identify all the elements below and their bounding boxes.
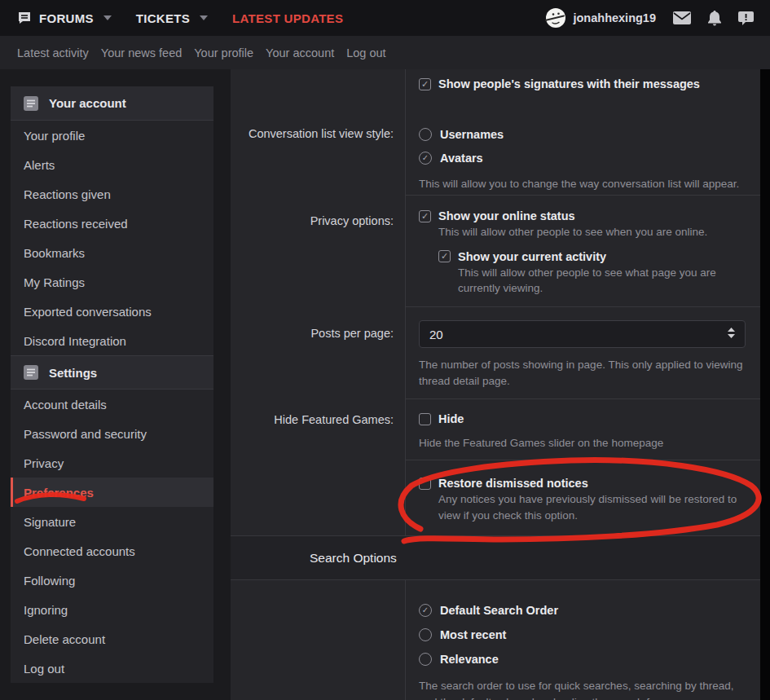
search-order-row: ✓ Default Search Order Most recent Relev…: [231, 580, 760, 700]
sidebar-item-reactions-given[interactable]: Reactions given: [11, 179, 213, 209]
current-activity-checkbox[interactable]: ✓ Show your current activity: [438, 250, 746, 263]
subnav-your-news-feed[interactable]: Your news feed: [101, 46, 182, 59]
mail-icon[interactable]: [673, 11, 691, 24]
hide-featured-games-label: Hide Featured Games:: [231, 399, 405, 460]
privacy-options-row: Privacy options: ✓ Show your online stat…: [231, 196, 760, 307]
radio-checked-icon: ✓: [419, 152, 432, 165]
preferences-form: ✓ Show people's signatures with their me…: [231, 69, 760, 700]
restore-notices-checkbox[interactable]: Restore dismissed notices: [419, 477, 746, 490]
tickets-label: TICKETS: [136, 11, 190, 25]
sidebar-item-my-ratings[interactable]: My Ratings: [11, 267, 213, 297]
section-title: Search Options: [310, 551, 397, 566]
radio-unchecked-icon: [419, 628, 432, 641]
sidebar-item-log-out[interactable]: Log out: [11, 654, 213, 683]
conversations-icon[interactable]: [738, 11, 754, 25]
search-options-header: Search Options: [231, 536, 760, 580]
conversation-style-label: Conversation list view style:: [231, 121, 405, 196]
posts-per-page-row: Posts per page: 20 The number of posts s…: [231, 307, 760, 399]
forums-menu[interactable]: FORUMS: [16, 10, 112, 26]
radio-relevance[interactable]: Relevance: [419, 647, 746, 671]
top-navbar: FORUMS TICKETS LATEST UPDATES jonahhexin…: [0, 0, 770, 36]
scrollbar[interactable]: [760, 69, 770, 700]
radio-most-recent[interactable]: Most recent: [419, 623, 746, 647]
checkbox-unchecked-icon: [419, 413, 431, 425]
checkbox-checked-icon: ✓: [419, 78, 431, 90]
signatures-checkbox[interactable]: ✓ Show people's signatures with their me…: [419, 77, 746, 90]
radio-unchecked-icon: [419, 653, 432, 666]
sidebar-item-delete-account[interactable]: Delete account: [11, 624, 213, 654]
caret-down-icon: [103, 15, 112, 20]
radio-avatars[interactable]: ✓ Avatars: [419, 146, 746, 169]
sidebar-item-signature[interactable]: Signature: [11, 507, 213, 536]
subnav-your-profile[interactable]: Your profile: [194, 46, 253, 59]
bell-icon[interactable]: [708, 11, 721, 26]
radio-checked-icon: ✓: [419, 604, 432, 617]
account-sidebar: Your account Your profile Alerts Reactio…: [11, 86, 213, 683]
hide-checkbox[interactable]: Hide: [419, 412, 746, 425]
online-status-hint: This will allow other people to see when…: [438, 224, 746, 240]
sidebar-item-account-details[interactable]: Account details: [11, 390, 213, 419]
username: jonahhexing19: [573, 11, 656, 24]
posts-per-page-select[interactable]: 20: [419, 320, 746, 348]
sidebar-section-your-account: Your account: [11, 86, 213, 121]
sidebar-item-connected-accounts[interactable]: Connected accounts: [11, 536, 213, 566]
hide-featured-games-hint: Hide the Featured Games slider on the ho…: [419, 435, 746, 451]
restore-notices-hint: Any notices you have previously dismisse…: [438, 491, 746, 523]
checkbox-checked-icon: ✓: [419, 210, 431, 222]
caret-down-icon: [200, 15, 208, 20]
subnav-latest-activity[interactable]: Latest activity: [17, 46, 89, 59]
checkbox-checked-icon: ✓: [438, 250, 451, 262]
radio-usernames[interactable]: Usernames: [419, 122, 746, 146]
sidebar-item-alerts[interactable]: Alerts: [11, 150, 213, 179]
account-subnav: Latest activity Your news feed Your prof…: [0, 36, 770, 69]
online-status-checkbox[interactable]: ✓ Show your online status: [419, 209, 746, 222]
subnav-log-out[interactable]: Log out: [346, 46, 385, 59]
conversation-style-row: Conversation list view style: Usernames …: [231, 121, 760, 196]
select-stepper-icon: [728, 327, 735, 341]
note-icon: [24, 365, 38, 380]
tickets-menu[interactable]: TICKETS: [136, 11, 208, 25]
signatures-row: ✓ Show people's signatures with their me…: [231, 69, 760, 121]
sidebar-item-exported-conversations[interactable]: Exported conversations: [11, 297, 213, 326]
sidebar-item-discord-integration[interactable]: Discord Integration: [11, 326, 213, 355]
posts-per-page-hint: The number of posts showing in page. Thi…: [419, 357, 746, 389]
hide-featured-games-row: Hide Featured Games: Hide Hide the Featu…: [231, 399, 760, 460]
radio-default-search-order[interactable]: ✓ Default Search Order: [419, 598, 746, 623]
radio-unchecked-icon: [419, 128, 432, 141]
sidebar-item-reactions-received[interactable]: Reactions received: [11, 209, 213, 238]
privacy-options-label: Privacy options:: [231, 196, 405, 307]
user-menu[interactable]: jonahhexing19: [545, 7, 656, 29]
restore-notices-row: Restore dismissed notices Any notices yo…: [231, 460, 760, 536]
note-icon: [24, 96, 38, 111]
sidebar-item-following[interactable]: Following: [11, 566, 213, 595]
sidebar-item-privacy[interactable]: Privacy: [11, 448, 213, 478]
subnav-your-account[interactable]: Your account: [266, 46, 334, 59]
sidebar-item-password-and-security[interactable]: Password and security: [11, 419, 213, 448]
sidebar-section-settings: Settings: [11, 355, 213, 390]
sidebar-item-preferences[interactable]: Preferences: [11, 478, 213, 507]
search-order-hint: The search order to use for quick search…: [419, 678, 746, 700]
posts-per-page-label: Posts per page:: [231, 307, 405, 399]
sidebar-item-bookmarks[interactable]: Bookmarks: [11, 238, 213, 267]
forums-label: FORUMS: [39, 11, 94, 25]
latest-updates-link[interactable]: LATEST UPDATES: [232, 11, 343, 25]
forums-bubble-icon: [16, 10, 33, 26]
sidebar-item-ignoring[interactable]: Ignoring: [11, 595, 213, 624]
avatar: [545, 7, 566, 29]
sidebar-item-your-profile[interactable]: Your profile: [11, 121, 213, 150]
current-activity-hint: This will allow other people to see what…: [458, 265, 746, 297]
conversation-style-hint: This will allow you to change the way co…: [419, 176, 746, 192]
checkbox-unchecked-icon: [419, 478, 431, 490]
